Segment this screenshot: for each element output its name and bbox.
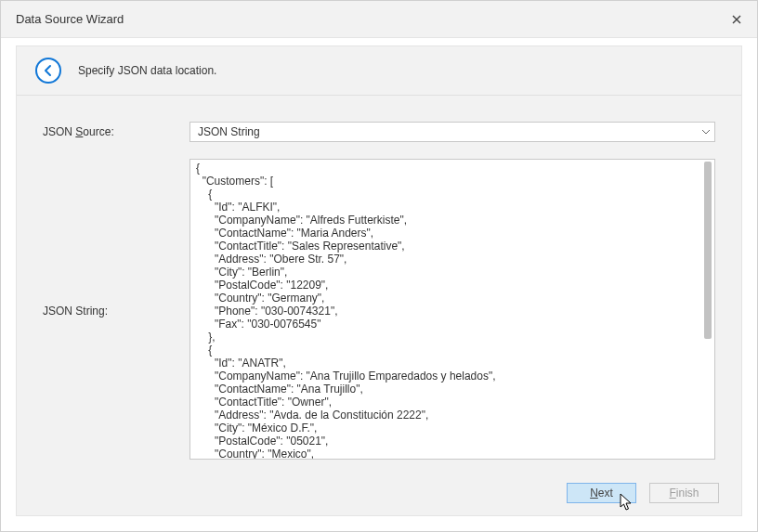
instruction-text: Specify JSON data location. bbox=[78, 64, 216, 77]
json-string-input[interactable]: { "Customers": [ { "Id": "ALFKI", "Compa… bbox=[190, 160, 714, 459]
finish-button: Finish bbox=[649, 483, 719, 503]
wizard-content: Specify JSON data location. JSON Source:… bbox=[16, 45, 742, 516]
wizard-header: Specify JSON data location. bbox=[17, 46, 741, 96]
scrollbar[interactable] bbox=[703, 162, 712, 457]
json-source-label: JSON Source: bbox=[43, 122, 182, 138]
json-string-input-wrap: { "Customers": [ { "Id": "ALFKI", "Compa… bbox=[190, 159, 715, 460]
next-button[interactable]: Next bbox=[567, 483, 636, 503]
scrollbar-thumb[interactable] bbox=[704, 162, 712, 339]
form-area: JSON Source: JSON String JSON String: { … bbox=[17, 96, 741, 471]
chevron-down-icon bbox=[698, 123, 714, 141]
titlebar: Data Source Wizard bbox=[1, 1, 757, 38]
json-string-label: JSON String: bbox=[43, 301, 182, 318]
data-source-wizard-dialog: Data Source Wizard Specify JSON data loc… bbox=[0, 0, 758, 532]
close-button[interactable] bbox=[727, 10, 746, 29]
back-arrow-icon bbox=[42, 64, 55, 77]
cursor-icon bbox=[620, 493, 634, 513]
close-icon bbox=[732, 15, 741, 24]
dialog-title: Data Source Wizard bbox=[16, 12, 124, 26]
wizard-footer: Next Finish bbox=[17, 471, 741, 515]
json-source-value: JSON String bbox=[198, 125, 260, 138]
json-source-dropdown[interactable]: JSON String bbox=[190, 122, 715, 142]
back-button[interactable] bbox=[35, 58, 61, 84]
